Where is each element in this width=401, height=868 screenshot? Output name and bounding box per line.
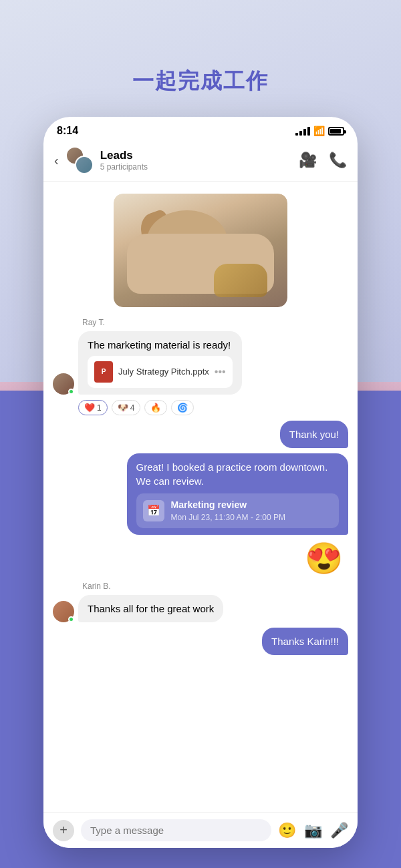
practice-room-text: Great! I booked a practice room downtown… bbox=[136, 460, 340, 488]
thank-you-bubble: Thank you! bbox=[280, 421, 348, 448]
powerpoint-icon: P bbox=[94, 361, 113, 383]
calendar-info: Marketing review Mon Jul 23, 11:30 AM - … bbox=[171, 499, 333, 523]
chat-header: ‹ Leads 5 participants 🎥 📞 bbox=[43, 142, 358, 182]
dog-image bbox=[114, 194, 287, 307]
calendar-time: Mon Jul 23, 11:30 AM - 2:00 PM bbox=[171, 512, 333, 523]
practice-room-row: Great! I booked a practice room downtown… bbox=[53, 453, 348, 535]
phone-call-button[interactable]: 📞 bbox=[329, 152, 347, 169]
dog-emoji: 🐶 bbox=[118, 403, 128, 413]
swirl-reaction[interactable]: 🌀 bbox=[171, 400, 194, 415]
message-input[interactable] bbox=[81, 819, 271, 841]
input-actions: 🙂 📷 🎤 bbox=[278, 822, 348, 839]
status-icons: 📶 bbox=[295, 126, 344, 136]
calendar-icon: 📅 bbox=[143, 500, 164, 521]
signal-bar-3 bbox=[303, 129, 306, 136]
karin-avatar bbox=[53, 601, 74, 622]
video-call-button[interactable]: 🎥 bbox=[299, 152, 317, 169]
signal-bar-4 bbox=[307, 127, 310, 136]
ray-message-text: The marketing material is ready! bbox=[88, 338, 233, 352]
status-bar: 8:14 📶 bbox=[43, 117, 358, 142]
karin-message-row: Thanks all for the great work bbox=[53, 595, 348, 622]
header-actions: 🎥 📞 bbox=[299, 152, 347, 169]
mic-button[interactable]: 🎤 bbox=[330, 822, 348, 839]
ray-online-dot bbox=[68, 389, 74, 395]
dog-count: 4 bbox=[130, 403, 135, 413]
signal-bar-2 bbox=[299, 131, 302, 136]
calendar-attachment[interactable]: 📅 Marketing review Mon Jul 23, 11:30 AM … bbox=[136, 493, 340, 528]
add-button[interactable]: + bbox=[53, 820, 74, 841]
ray-message-row: The marketing material is ready! P July … bbox=[53, 331, 348, 395]
big-emoji-reaction: 😍 bbox=[305, 540, 343, 576]
karin-sender-name: Karin B. bbox=[82, 582, 348, 591]
dog-reaction[interactable]: 🐶 4 bbox=[112, 400, 141, 415]
battery-icon bbox=[328, 127, 344, 136]
messages-area[interactable]: Ray T. The marketing material is ready! … bbox=[43, 182, 358, 812]
heart-count: 1 bbox=[97, 403, 102, 413]
wifi-icon: 📶 bbox=[313, 126, 325, 136]
emoji-button[interactable]: 🙂 bbox=[278, 822, 296, 839]
fire-reaction[interactable]: 🔥 bbox=[144, 400, 167, 415]
fire-emoji: 🔥 bbox=[150, 403, 161, 413]
karin-bubble: Thanks all for the great work bbox=[78, 595, 223, 622]
chat-name: Leads bbox=[100, 149, 299, 162]
thanks-karin-text: Thanks Karin!!! bbox=[271, 636, 339, 647]
reactions-row: ❤️ 1 🐶 4 🔥 🌀 bbox=[78, 400, 348, 415]
ray-message-group: Ray T. The marketing material is ready! … bbox=[53, 318, 348, 415]
camera-button[interactable]: 📷 bbox=[304, 822, 322, 839]
avatar-group bbox=[65, 146, 94, 174]
battery-fill bbox=[330, 129, 341, 134]
file-name: July Strategy Pitch.pptx bbox=[118, 366, 209, 378]
practice-room-bubble: Great! I booked a practice room downtown… bbox=[127, 453, 349, 535]
swirl-emoji: 🌀 bbox=[177, 403, 188, 413]
chat-participants: 5 participants bbox=[100, 162, 299, 172]
avatar-2 bbox=[75, 156, 94, 174]
heart-emoji: ❤️ bbox=[84, 403, 95, 413]
ray-sender-name: Ray T. bbox=[82, 318, 348, 327]
file-options-icon[interactable]: ••• bbox=[215, 365, 226, 379]
signal-bars-icon bbox=[295, 127, 310, 136]
thanks-karin-row: Thanks Karin!!! bbox=[53, 628, 348, 655]
ray-bubble: The marketing material is ready! P July … bbox=[78, 331, 242, 395]
chat-info: Leads 5 participants bbox=[100, 149, 299, 172]
karin-message-text: Thanks all for the great work bbox=[88, 603, 214, 614]
input-bar: + 🙂 📷 🎤 bbox=[43, 812, 358, 848]
back-button[interactable]: ‹ bbox=[54, 153, 59, 168]
calendar-title: Marketing review bbox=[171, 499, 333, 512]
signal-bar-1 bbox=[295, 133, 298, 136]
status-time: 8:14 bbox=[57, 125, 78, 137]
plus-icon: + bbox=[59, 823, 68, 838]
thank-you-text: Thank you! bbox=[289, 429, 339, 440]
karin-online-dot bbox=[68, 616, 74, 622]
dog-illustration bbox=[114, 194, 287, 307]
file-attachment[interactable]: P July Strategy Pitch.pptx ••• bbox=[88, 356, 233, 388]
page-title: 一起完成工作 bbox=[0, 67, 401, 96]
ray-avatar bbox=[53, 373, 74, 395]
thank-you-row: Thank you! bbox=[53, 421, 348, 448]
karin-message-group: Karin B. Thanks all for the great work bbox=[53, 582, 348, 622]
phone-frame: 8:14 📶 ‹ bbox=[43, 117, 358, 848]
heart-reaction[interactable]: ❤️ 1 bbox=[78, 400, 108, 415]
plush-toy bbox=[214, 264, 267, 297]
group-avatar bbox=[65, 146, 94, 174]
thanks-karin-bubble: Thanks Karin!!! bbox=[262, 628, 348, 655]
phone-content: 8:14 📶 ‹ bbox=[43, 117, 358, 848]
